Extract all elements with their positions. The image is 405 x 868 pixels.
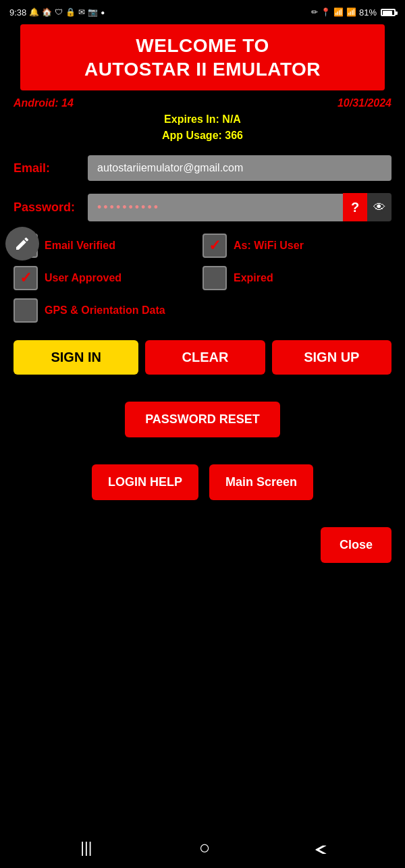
home-icon: 🏠 (42, 7, 52, 17)
user-approved-item: User Approved (14, 266, 202, 290)
password-reset-row: PASSWORD RESET (0, 381, 405, 444)
wifi-user-label: As: WiFi User (234, 240, 304, 252)
status-right: ✏ 📍 📶 📶 81% (311, 7, 396, 18)
fab-edit-button[interactable] (5, 227, 39, 261)
email-input[interactable] (88, 155, 392, 181)
gps-label: GPS & Orientation Data (45, 304, 165, 317)
wifi-icon: 📶 (333, 7, 344, 17)
password-label: Password: (14, 200, 88, 215)
camera-icon: 📷 (88, 7, 98, 17)
vpn-icon: 🔒 (65, 7, 76, 17)
dot-indicator: ● (101, 9, 105, 16)
location-icon: 📍 (321, 7, 331, 17)
nav-home-icon[interactable]: ○ (199, 837, 211, 859)
gps-checkbox[interactable] (14, 298, 38, 323)
wifi-user-checkbox[interactable] (202, 234, 227, 258)
pencil-icon (14, 236, 30, 252)
password-wrapper: ? 👁 (88, 193, 392, 221)
license-date: 10/31/2024 (338, 97, 392, 109)
sign-in-button[interactable]: SIGN IN (14, 340, 138, 375)
banner-text: WELCOME TO AUTOSTAR II EMULATOR (27, 34, 378, 81)
usage-text: App Usage: 366 (162, 130, 243, 141)
alarm-icon: 🔔 (29, 7, 39, 17)
signal-icon: 📶 (346, 7, 356, 17)
main-buttons-row: SIGN IN CLEAR SIGN UP (0, 327, 405, 381)
expiry-row: Expires In: N/A (0, 113, 405, 126)
status-time: 9:38 (9, 7, 26, 18)
nav-menu-icon[interactable]: ||| (80, 839, 92, 857)
clear-button[interactable]: CLEAR (145, 340, 265, 375)
help-row: LOGIN HELP Main Screen (0, 444, 405, 507)
email-label: Email: (14, 161, 88, 175)
email-verified-label: Email Verified (45, 240, 115, 252)
shield-icon: 🛡 (55, 7, 63, 17)
form-area: Email: Password: ? 👁 (0, 142, 405, 221)
checkbox-row-1: Email Verified As: WiFi User (14, 234, 392, 258)
welcome-banner: WELCOME TO AUTOSTAR II EMULATOR (20, 24, 385, 90)
expiry-text: Expires In: N/A (164, 113, 241, 125)
usage-row: App Usage: 366 (0, 130, 405, 142)
expired-checkbox[interactable] (202, 266, 227, 290)
expired-label: Expired (234, 272, 273, 284)
close-row: Close (0, 507, 405, 570)
nav-back-icon[interactable]: ‹ (314, 836, 328, 861)
password-reset-button[interactable]: PASSWORD RESET (125, 402, 280, 437)
main-screen-button[interactable]: Main Screen (209, 464, 313, 500)
user-approved-label: User Approved (45, 272, 122, 284)
close-button[interactable]: Close (321, 527, 392, 563)
nav-bar: ||| ○ ‹ (0, 828, 405, 868)
wifi-user-item: As: WiFi User (202, 234, 392, 258)
sign-up-button[interactable]: SIGN UP (272, 340, 392, 375)
battery-percent: 81% (359, 7, 377, 18)
android-version: Android: 14 (14, 97, 74, 109)
gps-row: GPS & Orientation Data (0, 298, 405, 323)
password-hint-button[interactable]: ? (343, 193, 367, 221)
mail-icon: ✉ (78, 7, 85, 17)
user-approved-checkbox[interactable] (14, 266, 38, 290)
password-row: Password: ? 👁 (14, 193, 392, 221)
login-help-button[interactable]: LOGIN HELP (92, 464, 198, 500)
email-verified-item: Email Verified (14, 234, 202, 258)
eye-icon: 👁 (373, 200, 385, 215)
password-input[interactable] (88, 194, 343, 221)
checkbox-row-2: User Approved Expired (14, 266, 392, 290)
info-row: Android: 14 10/31/2024 (0, 90, 405, 109)
edit-icon: ✏ (311, 7, 318, 17)
password-toggle-visibility-button[interactable]: 👁 (367, 193, 392, 221)
status-left: 9:38 🔔 🏠 🛡 🔒 ✉ 📷 ● (9, 7, 105, 18)
checkbox-section: Email Verified As: WiFi User User Approv… (0, 234, 405, 290)
email-row: Email: (14, 155, 392, 181)
expired-item: Expired (202, 266, 392, 290)
battery-icon (381, 9, 396, 16)
status-bar: 9:38 🔔 🏠 🛡 🔒 ✉ 📷 ● ✏ 📍 📶 📶 81% (0, 0, 405, 24)
